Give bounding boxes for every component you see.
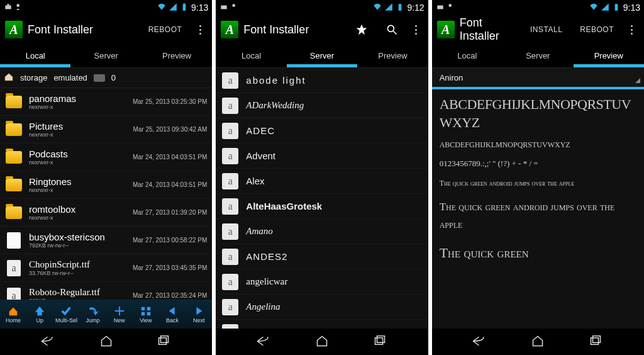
font-thumb-icon: a [222, 274, 238, 290]
file-date: Mar 25, 2013 03:25:30 PM [133, 98, 207, 105]
file-date: Mar 27, 2013 03:45:35 PM [133, 264, 207, 271]
font-row[interactable]: aAlex [216, 169, 428, 194]
font-thumb-icon: a [222, 98, 238, 114]
battery-icon [396, 3, 404, 13]
toolbar-label: Next [193, 317, 205, 324]
tab-preview[interactable]: Preview [574, 44, 644, 67]
app-logo: A [5, 21, 23, 38]
font-name: Amano [246, 226, 273, 237]
tab-server[interactable]: Server [287, 44, 357, 67]
notif-icon [219, 3, 228, 13]
nav-home[interactable] [528, 333, 547, 351]
svg-rect-9 [159, 337, 167, 344]
file-perm: rwxrwxr-x [29, 132, 133, 138]
tab-server[interactable]: Server [502, 44, 573, 67]
notif-icon [231, 3, 240, 13]
file-perm: rwxrwxr-x [29, 104, 133, 110]
file-row[interactable]: aRoboto-Regular.ttf323KB rw-rw-r--Mar 27… [0, 282, 212, 300]
file-perm: rwxrwxr-x [29, 187, 133, 193]
toolbar-multisel[interactable]: Multi-Sel [53, 300, 79, 329]
nav-recent[interactable] [586, 333, 605, 351]
file-name: Roboto-Regular.ttf [29, 287, 133, 298]
server-font-list[interactable]: aabode lightaADarkWeddingaADECaAdventaAl… [216, 68, 428, 329]
toolbar-next[interactable]: Next [186, 300, 212, 329]
reboot-button[interactable]: REBOOT [574, 15, 620, 44]
toolbar-label: View [140, 317, 152, 324]
nav-home[interactable] [313, 333, 331, 351]
file-row[interactable]: Ringtonesrwxrwxr-xMar 24, 2013 04:03:51 … [0, 171, 212, 199]
nav-recent[interactable] [370, 333, 389, 351]
tab-preview[interactable]: Preview [357, 44, 428, 67]
file-row[interactable]: panoramasrwxrwxr-xMar 25, 2013 03:25:30 … [0, 88, 212, 116]
font-row[interactable]: aADarkWedding [216, 93, 428, 118]
toolbar-back[interactable]: Back [159, 300, 186, 329]
battery-icon [180, 3, 189, 13]
tab-local[interactable]: Local [216, 44, 286, 67]
crumb[interactable]: 0 [111, 73, 116, 82]
preview-pane[interactable]: ABCDEFGHIJKLMNOPQRSTUVWXYZ abcdefghijklm… [432, 89, 644, 329]
preview-upper: ABCDEFGHIJKLMNOPQRSTUVWXYZ [440, 96, 636, 132]
file-row[interactable]: aChopinScript.ttf33.76KB rw-rw-r--Mar 27… [0, 254, 212, 282]
nav-recent[interactable] [154, 333, 173, 351]
file-row[interactable]: busybox-stericson792KB rw-rw-r--Mar 27, … [0, 227, 212, 254]
font-name: angelicwar [246, 276, 287, 287]
reboot-button[interactable]: REBOOT [142, 15, 189, 44]
svg-point-14 [387, 25, 394, 31]
font-name: Advent [246, 150, 275, 161]
toolbar-jump[interactable]: Jump [80, 300, 106, 329]
font-row[interactable]: aANDES2 [216, 244, 428, 269]
font-row[interactable]: aangelicwar [216, 269, 428, 295]
breadcrumb[interactable]: storage emulated 0 [0, 68, 212, 88]
font-select-spinner[interactable]: Aniron [432, 68, 644, 89]
toolbar-new[interactable]: New [106, 300, 133, 329]
home-icon[interactable] [4, 72, 14, 84]
font-row[interactable]: aabode light [216, 68, 428, 93]
install-button[interactable]: INSTALL [524, 15, 569, 44]
font-row[interactable]: aANGRYBLU [216, 320, 428, 329]
toolbar-label: Jump [86, 317, 100, 324]
font-row[interactable]: aAmano [216, 219, 428, 244]
tab-local[interactable]: Local [0, 44, 70, 67]
file-list[interactable]: panoramasrwxrwxr-xMar 25, 2013 03:25:30 … [0, 88, 212, 300]
clock: 9:13 [623, 3, 640, 13]
signal-icon [601, 3, 609, 13]
font-row[interactable]: aAngelina [216, 295, 428, 320]
svg-rect-6 [147, 307, 150, 310]
tab-local[interactable]: Local [432, 44, 502, 67]
crumb[interactable]: storage [20, 73, 47, 82]
svg-rect-13 [399, 4, 402, 10]
nav-back[interactable] [255, 333, 274, 351]
font-thumb-icon: a [222, 173, 238, 189]
font-name: AlteHaasGrotesk [246, 201, 322, 211]
file-name: Pictures [29, 121, 133, 132]
tab-server[interactable]: Server [70, 44, 141, 67]
file-date: Mar 27, 2013 01:39:20 PM [133, 209, 207, 216]
svg-rect-1 [7, 4, 9, 5]
toolbar-view[interactable]: View [133, 300, 159, 329]
font-row[interactable]: aAdvent [216, 144, 428, 169]
overflow-menu[interactable] [409, 25, 423, 35]
app-bar: A Font Installer [216, 15, 428, 44]
font-thumb-icon: a [222, 324, 238, 329]
toolbar-home[interactable]: Home [0, 300, 26, 329]
overflow-menu[interactable] [193, 25, 207, 35]
toolbar-up[interactable]: Up [26, 300, 53, 329]
overflow-menu[interactable] [625, 25, 639, 35]
nav-back[interactable] [39, 333, 58, 351]
search-button[interactable] [379, 15, 404, 44]
file-row[interactable]: Picturesrwxrwxr-xMar 25, 2013 09:30:42 A… [0, 116, 212, 144]
file-date: Mar 27, 2013 02:35:24 PM [133, 292, 207, 299]
svg-line-15 [393, 31, 396, 35]
tab-preview[interactable]: Preview [142, 44, 212, 67]
font-row[interactable]: aAlteHaasGrotesk [216, 194, 428, 219]
nav-back[interactable] [470, 333, 489, 351]
font-row[interactable]: aADEC [216, 118, 428, 144]
folder-icon [5, 149, 23, 166]
nav-home[interactable] [97, 333, 116, 351]
file-row[interactable]: romtoolboxrwxrwxr-xMar 27, 2013 01:39:20… [0, 199, 212, 227]
file-row[interactable]: Podcastsrwxrwxr-xMar 24, 2013 04:03:51 P… [0, 144, 212, 171]
favorite-button[interactable] [349, 15, 374, 44]
crumb[interactable]: emulated [53, 73, 87, 82]
clock: 9:12 [407, 3, 424, 13]
app-title: Font Installer [460, 16, 519, 43]
